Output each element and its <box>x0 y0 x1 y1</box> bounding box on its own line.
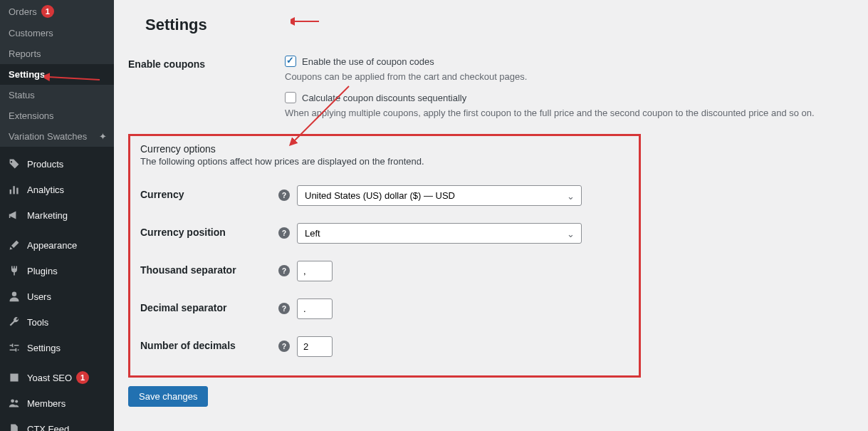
row-enable-coupons: Enable coupons Enable the use of coupon … <box>128 47 854 127</box>
thousand-separator-input[interactable] <box>297 261 333 281</box>
sidebar-item-reports[interactable]: Reports <box>0 43 114 64</box>
sidebar-item-users[interactable]: Users <box>0 284 114 309</box>
field-label: Thousand separator <box>140 261 278 276</box>
megaphone-icon <box>7 208 21 222</box>
doc-icon <box>7 422 21 431</box>
sidebar-item-label: Analytics <box>27 185 64 195</box>
page-title: Settings <box>128 0 854 47</box>
help-icon[interactable]: ? <box>278 303 290 314</box>
number-of-decimals-input[interactable] <box>297 336 333 357</box>
sidebar-item-label: CTX Feed <box>27 424 69 432</box>
currency-position-select[interactable]: Left <box>297 223 582 244</box>
sidebar-item-label: Customers <box>9 28 53 38</box>
sidebar-item-tools[interactable]: Tools <box>0 309 114 335</box>
sidebar-item-extensions[interactable]: Extensions <box>0 105 114 126</box>
sidebar-item-label: Plugins <box>27 266 58 276</box>
main-content: Settings Enable coupons Enable the use o… <box>114 0 868 431</box>
help-icon[interactable]: ? <box>278 341 290 352</box>
badge-count: 1 <box>41 5 54 18</box>
field-label: Currency position <box>140 224 278 238</box>
sidebar-item-label: Yoast SEO <box>27 373 72 383</box>
svg-rect-1 <box>13 186 14 194</box>
sidebar-item-products[interactable]: Products <box>0 151 114 177</box>
sidebar-item-label: Extensions <box>9 110 54 121</box>
sidebar-item-ctxfeed[interactable]: CTX Feed <box>0 416 114 431</box>
currency-select[interactable]: United States (US) dollar ($) — USD <box>297 185 582 206</box>
admin-sidebar: Orders 1 Customers Reports Settings Stat… <box>0 0 114 431</box>
sidebar-item-label: Users <box>27 291 51 302</box>
help-icon[interactable]: ? <box>278 265 290 276</box>
field-label: Number of decimals <box>140 337 278 351</box>
sidebar-item-label: Tools <box>27 317 48 328</box>
sidebar-item-label: Variation Swatches <box>9 131 87 142</box>
tag-icon <box>7 157 21 171</box>
plug-icon <box>7 264 21 278</box>
svg-rect-0 <box>10 189 11 194</box>
sidebar-item-analytics[interactable]: Analytics <box>0 177 114 202</box>
sidebar-item-settings[interactable]: Settings <box>0 64 114 85</box>
sidebar-item-plugins[interactable]: Plugins <box>0 258 114 284</box>
currency-options-section: Currency options The following options a… <box>128 134 641 378</box>
svg-point-3 <box>12 292 16 296</box>
sidebar-item-label: Reports <box>9 48 41 59</box>
sidebar-item-appearance[interactable]: Appearance <box>0 232 114 258</box>
section-description: The following options affect how prices … <box>140 156 629 167</box>
field-label: Decimal separator <box>140 299 278 313</box>
svg-rect-2 <box>16 188 18 194</box>
user-icon <box>7 289 21 303</box>
sidebar-item-label: Settings <box>27 343 61 353</box>
sidebar-item-customers[interactable]: Customers <box>0 23 114 43</box>
enable-coupons-checkbox[interactable] <box>285 56 296 67</box>
wrench-icon <box>7 315 21 329</box>
yoast-icon <box>7 370 21 385</box>
sidebar-item-variation-swatches[interactable]: Variation Swatches ✦ <box>0 126 114 147</box>
decimal-separator-input[interactable] <box>297 298 333 319</box>
field-label: Currency <box>140 186 278 200</box>
bars-icon <box>7 182 21 197</box>
sidebar-item-label: Marketing <box>27 210 68 221</box>
sliders-icon <box>7 341 21 355</box>
people-icon <box>7 396 21 410</box>
save-changes-button[interactable]: Save changes <box>128 386 208 407</box>
svg-point-5 <box>15 400 18 403</box>
field-description: Coupons can be applied from the cart and… <box>285 71 854 82</box>
sidebar-item-wp-settings[interactable]: Settings <box>0 335 114 360</box>
field-label: Enable coupons <box>128 56 285 70</box>
sidebar-item-label: Status <box>9 90 35 100</box>
sequential-discounts-checkbox[interactable] <box>285 92 296 103</box>
sidebar-item-members[interactable]: Members <box>0 390 114 416</box>
sidebar-item-marketing[interactable]: Marketing <box>0 202 114 228</box>
field-description: When applying multiple coupons, apply th… <box>285 108 854 118</box>
sidebar-item-status[interactable]: Status <box>0 85 114 105</box>
checkbox-label: Enable the use of coupon codes <box>302 56 434 67</box>
swatch-icon: ✦ <box>99 131 107 142</box>
brush-icon <box>7 238 21 252</box>
sidebar-item-label: Products <box>27 159 63 170</box>
sidebar-item-label: Settings <box>9 69 45 80</box>
sidebar-item-yoast[interactable]: Yoast SEO 1 <box>0 365 114 390</box>
sidebar-item-label: Appearance <box>27 240 77 251</box>
sidebar-item-orders[interactable]: Orders 1 <box>0 0 114 23</box>
sidebar-item-label: Orders <box>9 6 37 17</box>
sidebar-item-label: Members <box>27 398 66 409</box>
section-title: Currency options <box>140 143 629 155</box>
help-icon[interactable]: ? <box>278 189 290 201</box>
svg-point-4 <box>11 399 14 403</box>
checkbox-label: Calculate coupon discounts sequentially <box>302 93 466 103</box>
badge-count: 1 <box>76 371 89 384</box>
help-icon[interactable]: ? <box>278 227 290 239</box>
